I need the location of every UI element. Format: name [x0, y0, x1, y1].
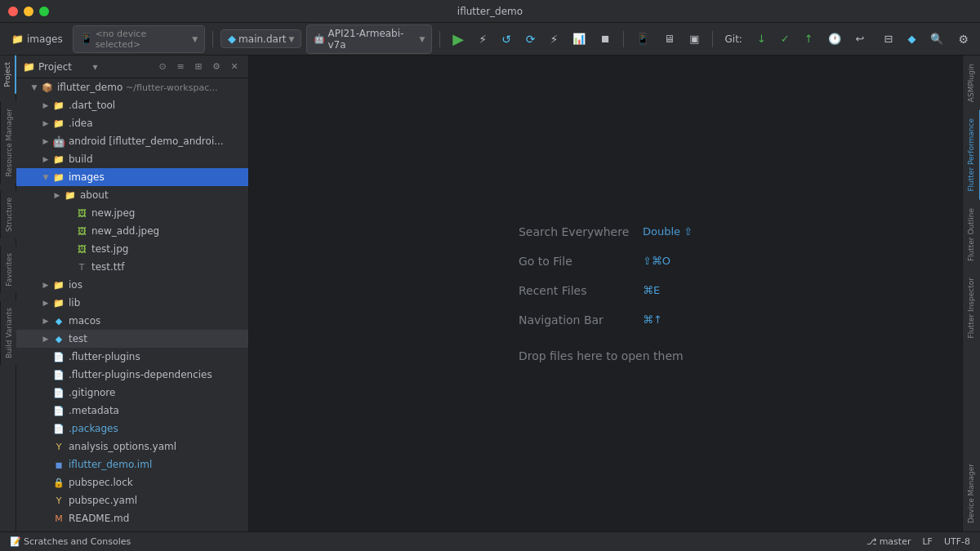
panel-dropdown-arrow[interactable]: ▾	[92, 61, 97, 73]
tree-gitignore[interactable]: 📄 .gitignore	[16, 384, 248, 402]
panel-close-btn[interactable]: ✕	[227, 60, 242, 74]
tree-analysis-options[interactable]: Y analysis_options.yaml	[16, 438, 248, 455]
device-mgr-icon: 📱	[636, 33, 649, 45]
flutter-btn[interactable]: ◆	[902, 30, 920, 47]
device-selector[interactable]: 📱 <no device selected> ▼	[73, 25, 206, 53]
profile-button[interactable]: 📊	[568, 30, 590, 47]
window-title: iflutter_demo	[457, 6, 523, 17]
status-lf[interactable]: LF	[919, 532, 935, 551]
git-commit-btn[interactable]: ✓	[776, 30, 795, 47]
tree-android[interactable]: ▶ 🤖 android [iflutter_demo_androi...	[16, 132, 248, 150]
tree-dart-tool[interactable]: ▶ 📁 .dart_tool	[16, 96, 248, 114]
tree-pubspec-yaml[interactable]: Y pubspec.yaml	[16, 491, 248, 509]
toolbar-separator-4	[712, 31, 713, 47]
tree-images[interactable]: ▼ 📁 images	[16, 168, 248, 186]
panel-settings-btn[interactable]: ⚙	[209, 60, 224, 74]
run-button[interactable]: ▶	[448, 28, 469, 50]
maximize-button[interactable]	[39, 7, 49, 16]
android-icon: 🤖	[52, 135, 65, 148]
tab-build-variants[interactable]: Build Variants	[0, 301, 16, 365]
panel-collapse-btn[interactable]: ≡	[173, 60, 188, 74]
new-jpeg-label: new.jpeg	[91, 207, 135, 219]
macos-arrow: ▶	[41, 316, 51, 326]
git-history-icon: 🕐	[828, 33, 841, 45]
device-mgr-btn[interactable]: 📱	[631, 30, 654, 47]
analysis-label: analysis_options.yaml	[69, 441, 176, 452]
git-update-btn[interactable]: ↓	[752, 30, 771, 47]
terminal-btn[interactable]: ▣	[684, 30, 704, 47]
idea-icon: 📁	[52, 117, 65, 130]
tree-root[interactable]: ▼ 📦 iflutter_demo ~/flutter-workspac...	[16, 78, 248, 96]
search-icon: 🔍	[930, 33, 943, 45]
toolbar: 📁 images 📱 <no device selected> ▼ ◆ main…	[0, 23, 980, 56]
git-history-btn[interactable]: 🕐	[823, 30, 846, 47]
iml-label: iflutter_demo.iml	[69, 459, 152, 470]
right-tab-flutter-perf[interactable]: Flutter Performance	[963, 110, 981, 200]
about-arrow: ▶	[52, 190, 62, 200]
build-button[interactable]: ⚡	[474, 30, 492, 48]
project-panel: 📁 Project ▾ ⊙ ≡ ⊞ ⚙ ✕ ▼ 📦 iflutter_demo …	[16, 56, 249, 531]
right-tab-flutter-outline[interactable]: Flutter Outline	[963, 200, 981, 269]
search-everywhere-btn[interactable]: 🔍	[925, 30, 948, 47]
tree-flutter-plugins-deps[interactable]: 📄 .flutter-plugins-dependencies	[16, 366, 248, 384]
lightning-button[interactable]: ⚡	[545, 30, 563, 48]
lib-arrow: ▶	[41, 298, 51, 308]
recent-files-label: Recent Files	[519, 284, 633, 297]
pubspec-lock-icon: 🔒	[52, 476, 65, 489]
tree-about[interactable]: ▶ 📁 about	[16, 186, 248, 204]
tab-structure[interactable]: Structure	[0, 191, 16, 238]
run-icon: ▶	[452, 30, 464, 47]
git-revert-icon: ↩	[856, 33, 865, 45]
tree-ios[interactable]: ▶ 📁 ios	[16, 276, 248, 294]
tree-flutter-plugins[interactable]: 📄 .flutter-plugins	[16, 348, 248, 366]
status-utf8[interactable]: UTF-8	[941, 532, 973, 551]
breadcrumb-folder[interactable]: 📁 images	[7, 31, 68, 47]
tree-metadata[interactable]: 📄 .metadata	[16, 402, 248, 420]
tab-favorites[interactable]: Favorites	[0, 247, 16, 293]
right-tab-asm[interactable]: ASMPlugin	[963, 56, 981, 110]
tree-macos[interactable]: ▶ ◆ macos	[16, 312, 248, 330]
close-button[interactable]	[8, 7, 18, 16]
tree-new-jpeg[interactable]: 🖼 new.jpeg	[16, 204, 248, 222]
tree-packages[interactable]: 📄 .packages	[16, 420, 248, 438]
settings-btn[interactable]: ⚙	[953, 30, 973, 48]
gitignore-icon: 📄	[52, 386, 65, 399]
minimize-button[interactable]	[24, 7, 33, 16]
tree-lib[interactable]: ▶ 📁 lib	[16, 294, 248, 312]
tab-resource-manager[interactable]: Resource Manager	[0, 102, 16, 184]
panel-expand-btn[interactable]: ⊞	[191, 60, 206, 74]
status-bar: 📝 Scratches and Consoles ⎇ master LF UTF…	[0, 531, 980, 551]
stop-button[interactable]: ⏹	[595, 30, 616, 47]
status-scratches[interactable]: 📝 Scratches and Consoles	[7, 532, 134, 551]
build-arrow: ▶	[41, 154, 51, 164]
git-revert-btn[interactable]: ↩	[851, 30, 870, 47]
tree-readme[interactable]: M README.md	[16, 509, 248, 527]
git-branch-label: master	[880, 536, 911, 547]
panel-locate-btn[interactable]: ⊙	[155, 60, 170, 74]
lf-label: LF	[922, 536, 932, 547]
tree-test-ttf[interactable]: T test.ttf	[16, 258, 248, 276]
tree-test[interactable]: ▶ ◆ test	[16, 330, 248, 348]
tree-test-jpg[interactable]: 🖼 test.jpg	[16, 240, 248, 258]
api-selector[interactable]: 🤖 API21-Armeabi-v7a ▼	[306, 24, 432, 54]
right-tab-device-manager[interactable]: Device Manager	[963, 455, 981, 531]
avd-btn[interactable]: 🖥	[659, 30, 679, 47]
analysis-icon: Y	[52, 440, 65, 453]
tree-new-add-jpeg[interactable]: 🖼 new_add.jpeg	[16, 222, 248, 240]
tree-pubspec-lock[interactable]: 🔒 pubspec.lock	[16, 473, 248, 491]
hot-reload-button[interactable]: ↺	[497, 30, 516, 48]
pubspec-yaml-icon: Y	[52, 494, 65, 507]
device-dropdown-arrow: ▼	[192, 35, 198, 43]
status-git[interactable]: ⎇ master	[863, 532, 914, 551]
tree-idea[interactable]: ▶ 📁 .idea	[16, 114, 248, 132]
tree-iml[interactable]: ◼ iflutter_demo.iml	[16, 455, 248, 473]
hot-restart-button[interactable]: ⟳	[521, 30, 541, 48]
editor-layout-btn[interactable]: ⊟	[880, 30, 898, 47]
run-file-selector[interactable]: ◆ main.dart ▼	[220, 29, 301, 48]
right-tab-flutter-inspector[interactable]: Flutter Inspector	[963, 269, 981, 347]
build-label: build	[69, 153, 93, 165]
tab-project[interactable]: Project	[0, 56, 16, 94]
git-push-btn[interactable]: ↑	[800, 30, 818, 47]
lightning-icon: ⚡	[550, 33, 558, 46]
tree-build[interactable]: ▶ 📁 build	[16, 150, 248, 168]
